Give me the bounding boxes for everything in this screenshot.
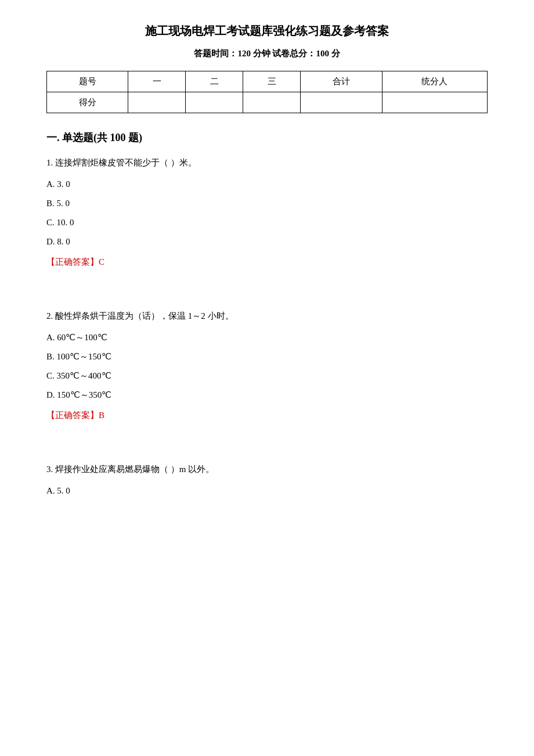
question-3: 3. 焊接作业处应离易燃易爆物（ ）m 以外。 A. 5. 0 bbox=[46, 462, 488, 499]
question-1-answer-letter: C bbox=[99, 257, 104, 267]
table-header-1: 一 bbox=[128, 71, 186, 92]
question-1-text: 1. 连接焊割炬橡皮管不能少于（ ）米。 bbox=[46, 155, 488, 171]
table-header-5: 统分人 bbox=[382, 71, 488, 92]
table-header-3: 三 bbox=[243, 71, 301, 92]
question-2-answer-bracket: 【正确答案】 bbox=[46, 411, 99, 420]
score-cell-2 bbox=[186, 92, 243, 113]
question-1-answer: 【正确答案】C bbox=[46, 257, 488, 268]
score-cell-grader bbox=[382, 92, 488, 113]
section1-title: 一. 单选题(共 100 题) bbox=[46, 131, 488, 145]
exam-info: 答题时间：120 分钟 试卷总分：100 分 bbox=[46, 48, 488, 59]
question-1-option-b: B. 5. 0 bbox=[46, 196, 488, 211]
score-cell-1 bbox=[128, 92, 186, 113]
question-1-option-c: C. 10. 0 bbox=[46, 215, 488, 231]
question-2-answer: 【正确答案】B bbox=[46, 410, 488, 421]
table-header-2: 二 bbox=[186, 71, 243, 92]
question-2-option-b: B. 100℃～150℃ bbox=[46, 349, 488, 365]
question-2: 2. 酸性焊条烘干温度为（话），保温 1～2 小时。 A. 60℃～100℃ B… bbox=[46, 308, 488, 421]
question-2-answer-letter: B bbox=[99, 411, 104, 420]
page-title: 施工现场电焊工考试题库强化练习题及参考答案 bbox=[46, 23, 488, 39]
question-1-option-a: A. 3. 0 bbox=[46, 177, 488, 192]
question-1-option-d: D. 8. 0 bbox=[46, 234, 488, 250]
question-2-text: 2. 酸性焊条烘干温度为（话），保温 1～2 小时。 bbox=[46, 308, 488, 324]
score-cell-total bbox=[301, 92, 382, 113]
score-label: 得分 bbox=[47, 92, 128, 113]
question-3-option-a: A. 5. 0 bbox=[46, 483, 488, 499]
question-1-answer-bracket: 【正确答案】 bbox=[46, 257, 99, 267]
question-1: 1. 连接焊割炬橡皮管不能少于（ ）米。 A. 3. 0 B. 5. 0 C. … bbox=[46, 155, 488, 268]
question-2-option-d: D. 150℃～350℃ bbox=[46, 387, 488, 403]
question-2-option-a: A. 60℃～100℃ bbox=[46, 330, 488, 345]
question-2-option-c: C. 350℃～400℃ bbox=[46, 368, 488, 384]
table-header-4: 合计 bbox=[301, 71, 382, 92]
table-header-0: 题号 bbox=[47, 71, 128, 92]
question-3-text: 3. 焊接作业处应离易燃易爆物（ ）m 以外。 bbox=[46, 462, 488, 477]
score-table: 题号一二三合计统分人 得分 bbox=[46, 71, 488, 113]
score-cell-3 bbox=[243, 92, 301, 113]
